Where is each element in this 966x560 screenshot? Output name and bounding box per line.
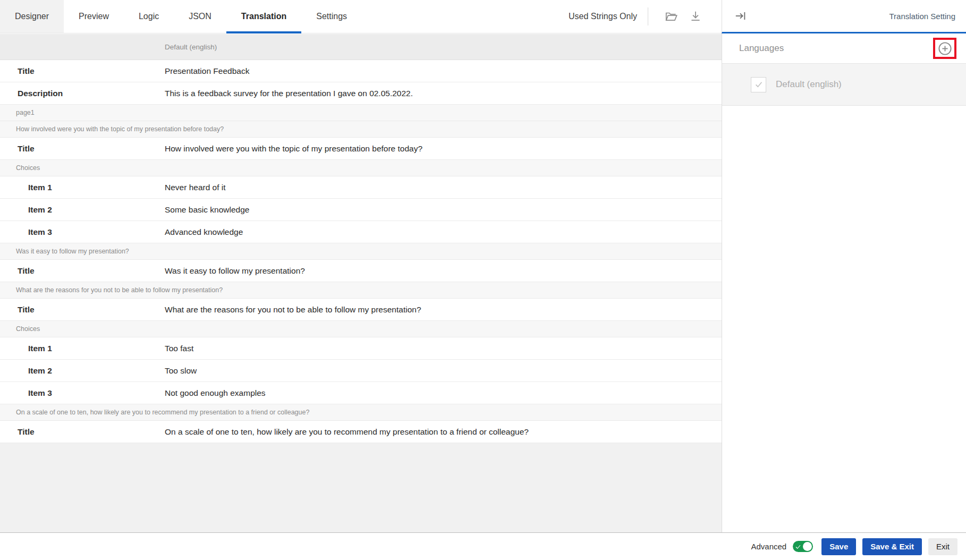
tab-settings[interactable]: Settings (301, 0, 362, 33)
table-row: Item 3Advanced knowledge (0, 221, 722, 243)
string-value-cell[interactable]: This is a feedback survey for the presen… (165, 89, 413, 98)
collapse-right-icon (734, 9, 748, 23)
import-translation-button[interactable] (662, 7, 680, 26)
string-name-cell: Item 2 (0, 366, 165, 376)
table-row: TitlePresentation Feedback (0, 60, 722, 82)
tab-designer[interactable]: Designer (0, 0, 64, 33)
string-name-cell: Item 3 (0, 227, 165, 237)
default-language-checkbox[interactable] (751, 77, 766, 92)
translation-table: Default (english)TitlePresentation Feedb… (0, 34, 722, 532)
advanced-toggle[interactable] (793, 541, 813, 552)
section-header-row: On a scale of one to ten, how likely are… (0, 404, 722, 421)
panel-title: Translation Setting (889, 12, 955, 21)
section-header-row: What are the reasons for you not to be a… (0, 282, 722, 299)
add-language-button[interactable] (937, 40, 953, 56)
table-row: Item 1Never heard of it (0, 176, 722, 199)
save-button[interactable]: Save (821, 538, 856, 555)
string-value-cell[interactable]: How involved were you with the topic of … (165, 144, 422, 154)
table-row: DescriptionThis is a feedback survey for… (0, 82, 722, 105)
languages-header-row: Languages (722, 33, 966, 64)
string-value-cell[interactable]: Never heard of it (165, 183, 226, 192)
property-panel-header: Translation Setting (722, 0, 966, 33)
string-name-cell: Title (0, 427, 165, 437)
table-row: TitleWas it easy to follow my presentati… (0, 260, 722, 282)
table-row: TitleHow involved were you with the topi… (0, 138, 722, 160)
table-row: Item 2Too slow (0, 360, 722, 382)
toggle-knob (803, 542, 812, 551)
string-name-cell: Item 1 (0, 183, 165, 192)
annotation-highlight-box (933, 38, 956, 59)
string-name-cell: Title (0, 305, 165, 315)
string-value-cell[interactable]: Was it easy to follow my presentation? (165, 266, 305, 276)
export-translation-button[interactable] (687, 7, 705, 26)
string-value-cell[interactable]: On a scale of one to ten, how likely are… (165, 427, 529, 437)
translation-settings-panel: Languages Default (english) (722, 33, 966, 532)
tab-translation[interactable]: Translation (226, 0, 301, 33)
table-row: Item 1Too fast (0, 337, 722, 360)
string-name-cell: Item 3 (0, 388, 165, 398)
exit-button[interactable]: Exit (928, 538, 957, 555)
languages-label: Languages (739, 43, 784, 54)
section-header-row: Choices (0, 321, 722, 337)
section-header-row: Choices (0, 160, 722, 176)
string-value-cell[interactable]: Not good enough examples (165, 388, 266, 398)
download-icon (689, 10, 702, 23)
top-tab-bar: DesignerPreviewLogicJSONTranslationSetti… (0, 0, 722, 33)
plus-circle-icon (937, 41, 953, 56)
table-row: Item 2Some basic knowledge (0, 199, 722, 221)
table-row: Item 3Not good enough examples (0, 382, 722, 404)
collapse-panel-button[interactable] (732, 7, 750, 25)
string-name-cell: Item 2 (0, 205, 165, 215)
section-header-row: How involved were you with the topic of … (0, 121, 722, 138)
tab-logic[interactable]: Logic (124, 0, 174, 33)
toolbar-divider (648, 7, 648, 26)
advanced-toggle-label: Advanced (751, 542, 787, 551)
string-value-cell[interactable]: Advanced knowledge (165, 227, 243, 237)
string-value-cell[interactable]: Too slow (165, 366, 197, 376)
header-language-cell: Default (english) (165, 43, 217, 51)
string-name-cell: Item 1 (0, 344, 165, 353)
string-name-cell: Title (0, 266, 165, 276)
string-name-cell: Title (0, 144, 165, 154)
tab-preview[interactable]: Preview (64, 0, 124, 33)
tab-json[interactable]: JSON (174, 0, 226, 33)
string-name-cell: Title (0, 66, 165, 76)
toggle-check-icon (795, 542, 801, 552)
language-list-item: Default (english) (722, 64, 966, 106)
string-name-cell: Description (0, 89, 165, 98)
folder-open-icon (664, 10, 678, 23)
table-row: TitleWhat are the reasons for you not to… (0, 299, 722, 321)
checkmark-icon (753, 79, 764, 90)
section-header-row: Was it easy to follow my presentation? (0, 243, 722, 260)
string-value-cell[interactable]: Some basic knowledge (165, 205, 249, 215)
save-and-exit-button[interactable]: Save & Exit (862, 538, 922, 555)
string-value-cell[interactable]: Presentation Feedback (165, 66, 249, 76)
string-value-cell[interactable]: Too fast (165, 344, 193, 353)
table-row: TitleOn a scale of one to ten, how likel… (0, 421, 722, 443)
used-strings-only-button[interactable]: Used Strings Only (569, 12, 637, 21)
tab-strip: DesignerPreviewLogicJSONTranslationSetti… (0, 0, 362, 33)
string-value-cell[interactable]: What are the reasons for you not to be a… (165, 305, 421, 315)
footer-action-bar: Advanced Save Save & Exit Exit (0, 532, 966, 560)
default-language-label: Default (english) (776, 79, 842, 90)
table-header-row: Default (english) (0, 34, 722, 60)
section-header-row: page1 (0, 105, 722, 121)
translation-toolbar: Used Strings Only (569, 0, 722, 33)
